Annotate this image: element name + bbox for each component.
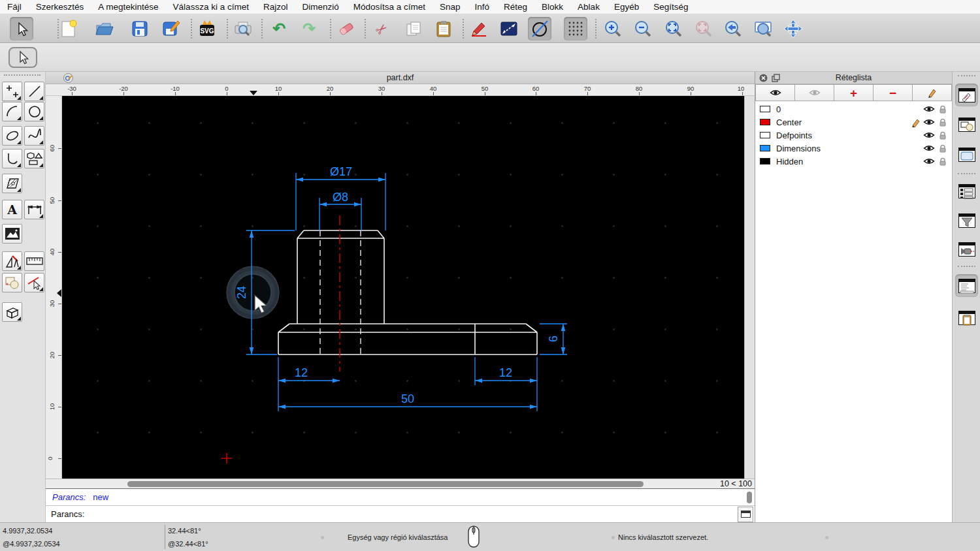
zoom-auto-button[interactable] xyxy=(662,17,685,40)
save-as-button[interactable] xyxy=(159,17,183,40)
menu-file[interactable]: Fájl xyxy=(0,0,29,14)
copy-button[interactable] xyxy=(402,17,425,40)
clipboard-dock-button[interactable] xyxy=(955,306,978,329)
new-document-button[interactable] xyxy=(57,17,80,40)
entity-list-dock-button[interactable] xyxy=(955,180,978,202)
dimension-tool-button[interactable] xyxy=(24,200,44,219)
dock-drag-handle[interactable] xyxy=(958,75,975,76)
eye-off-icon xyxy=(809,89,821,97)
edit-layer-button[interactable] xyxy=(913,84,952,101)
layer-row[interactable]: Dimensions xyxy=(755,142,952,155)
export-svg-button[interactable]: SVG xyxy=(195,17,219,40)
select-entity-tool-button[interactable] xyxy=(24,273,44,292)
library-dock-button[interactable] xyxy=(955,143,978,166)
menu-layer[interactable]: Réteg xyxy=(497,0,534,14)
menu-edit[interactable]: Szerkesztés xyxy=(29,0,91,14)
pan-button[interactable] xyxy=(781,17,805,40)
drawing-canvas[interactable]: Ø17 Ø8 24 12 12 50 6 xyxy=(62,96,744,479)
menu-misc[interactable]: Egyéb xyxy=(607,0,646,14)
hatch-tool-button[interactable] xyxy=(2,174,22,193)
hruler-label: 80 xyxy=(636,85,643,92)
layer-visible-icon[interactable] xyxy=(923,118,935,126)
line-tool-button[interactable] xyxy=(24,82,44,101)
measure-tool-button[interactable] xyxy=(24,251,44,271)
menu-help[interactable]: Segítség xyxy=(646,0,695,14)
show-all-layers-button[interactable] xyxy=(755,84,795,101)
zoom-selected-button[interactable] xyxy=(692,17,715,40)
hide-all-layers-button[interactable] xyxy=(795,84,834,101)
print-preview-button[interactable] xyxy=(231,17,255,40)
layer-lock-icon[interactable] xyxy=(939,131,947,140)
delete-button[interactable] xyxy=(335,17,358,40)
circle-line-button[interactable] xyxy=(528,17,551,40)
canvas-vertical-scrollbar[interactable] xyxy=(744,96,755,479)
spotlight-dock-button[interactable] xyxy=(955,238,978,260)
snap-indicator xyxy=(227,266,279,319)
select-button[interactable] xyxy=(10,17,33,40)
zoom-out-button[interactable] xyxy=(631,17,655,40)
open-file-button[interactable] xyxy=(93,17,116,40)
spline-tool-button[interactable] xyxy=(24,126,44,146)
menu-info[interactable]: Infó xyxy=(468,0,497,14)
command-dock-button[interactable] xyxy=(955,274,978,297)
menu-view[interactable]: A megtekintése xyxy=(91,0,165,14)
minus-icon: − xyxy=(889,87,896,99)
current-tool-select-button[interactable] xyxy=(8,47,37,68)
layer-row[interactable]: Hidden xyxy=(755,155,952,168)
menu-dimension[interactable]: Dimenzió xyxy=(295,0,346,14)
point-tool-button[interactable] xyxy=(2,82,22,101)
history-scroll-thumb[interactable] xyxy=(747,492,752,503)
polyline-tool-button[interactable] xyxy=(2,149,22,168)
aligned-dimension-button[interactable] xyxy=(497,17,521,40)
paste-button[interactable] xyxy=(432,17,455,40)
status-divider xyxy=(165,525,165,549)
layer-lock-icon[interactable] xyxy=(939,118,947,127)
menu-window[interactable]: Ablak xyxy=(570,0,607,14)
polygon-tool-button[interactable] xyxy=(24,149,44,168)
menu-select[interactable]: Válassza ki a címet xyxy=(166,0,256,14)
dim-50: 50 xyxy=(401,392,414,405)
palette-drag-handle[interactable] xyxy=(4,74,41,76)
layer-lock-icon[interactable] xyxy=(939,144,947,153)
add-layer-button[interactable]: + xyxy=(834,84,874,101)
menu-block[interactable]: Blokk xyxy=(534,0,570,14)
menu-draw[interactable]: Rajzol xyxy=(256,0,295,14)
remove-layer-button[interactable]: − xyxy=(874,84,913,101)
grid-toggle-button[interactable] xyxy=(564,17,587,40)
zoom-previous-button[interactable] xyxy=(721,17,745,40)
draw-pencil-button[interactable] xyxy=(467,17,491,40)
layer-list-dock-button[interactable] xyxy=(955,84,978,106)
cube-3d-tool-button[interactable] xyxy=(2,302,22,322)
arc-tool-button[interactable] xyxy=(2,102,22,121)
zoom-in-button[interactable] xyxy=(601,17,625,40)
layer-lock-icon[interactable] xyxy=(939,157,947,166)
layer-row[interactable]: 0 xyxy=(755,102,952,116)
layer-row[interactable]: Defpoints xyxy=(755,129,952,142)
order-tool-button[interactable] xyxy=(2,273,22,292)
filter-dock-button[interactable] xyxy=(955,209,978,232)
cut-button[interactable]: ✂ xyxy=(370,17,393,40)
layer-lock-icon[interactable] xyxy=(939,105,947,114)
layer-visible-icon[interactable] xyxy=(923,105,935,113)
menu-snap[interactable]: Snap xyxy=(433,0,468,14)
layer-visible-icon[interactable] xyxy=(923,144,935,152)
image-tool-button[interactable] xyxy=(2,224,22,244)
menu-modify[interactable]: Módosítsa a címet xyxy=(346,0,433,14)
hruler-label: 10 xyxy=(738,85,744,92)
save-button[interactable] xyxy=(128,17,152,40)
canvas-horizontal-scrollbar[interactable]: 10 < 100 xyxy=(46,479,755,488)
modify-tool-button[interactable] xyxy=(2,251,22,271)
layer-row[interactable]: Center xyxy=(755,116,952,129)
layer-visible-icon[interactable] xyxy=(923,157,935,165)
ellipse-tool-button[interactable] xyxy=(2,126,22,146)
circle-tool-button[interactable] xyxy=(24,102,44,121)
layer-visible-icon[interactable] xyxy=(923,131,935,139)
command-input[interactable] xyxy=(88,507,738,522)
block-list-dock-button[interactable] xyxy=(955,113,978,136)
command-options-button[interactable] xyxy=(738,507,753,522)
hscroll-thumb[interactable] xyxy=(127,481,644,487)
redo-button[interactable]: ↷ xyxy=(297,17,321,40)
text-tool-button[interactable]: A xyxy=(2,200,22,219)
undo-button[interactable]: ↶ xyxy=(267,17,291,40)
zoom-window-button[interactable] xyxy=(751,17,775,40)
